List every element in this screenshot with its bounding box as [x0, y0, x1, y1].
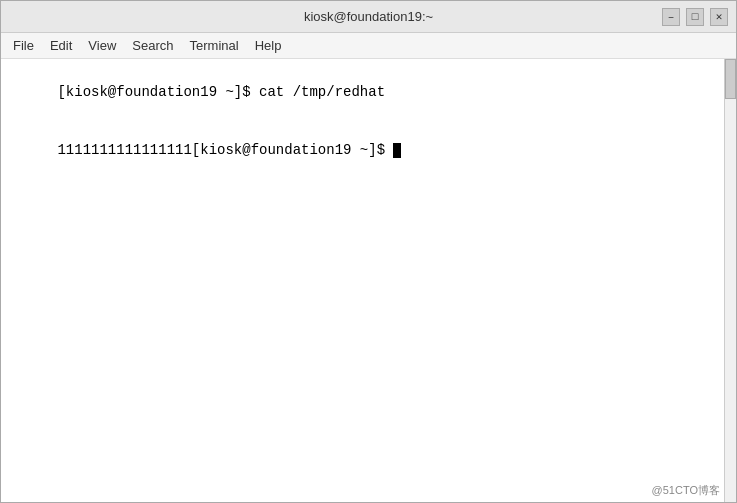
close-button[interactable]: ✕ [710, 8, 728, 26]
terminal-content-area[interactable]: [kiosk@foundation19 ~]$ cat /tmp/redhat … [1, 59, 736, 502]
terminal-line1: [kiosk@foundation19 ~]$ cat /tmp/redhat [57, 84, 385, 100]
minimize-button[interactable]: – [662, 8, 680, 26]
titlebar: kiosk@foundation19:~ – □ ✕ [1, 1, 736, 33]
terminal-cursor [393, 143, 401, 158]
window-title: kiosk@foundation19:~ [304, 9, 433, 24]
menu-help[interactable]: Help [247, 36, 290, 55]
menubar: File Edit View Search Terminal Help [1, 33, 736, 59]
menu-view[interactable]: View [80, 36, 124, 55]
menu-search[interactable]: Search [124, 36, 181, 55]
watermark: @51CTO博客 [652, 483, 720, 498]
window-controls: – □ ✕ [662, 8, 728, 26]
menu-edit[interactable]: Edit [42, 36, 80, 55]
menu-file[interactable]: File [5, 36, 42, 55]
maximize-button[interactable]: □ [686, 8, 704, 26]
scrollbar-thumb[interactable] [725, 59, 736, 99]
terminal-window: kiosk@foundation19:~ – □ ✕ File Edit Vie… [0, 0, 737, 503]
terminal-output: [kiosk@foundation19 ~]$ cat /tmp/redhat … [7, 63, 730, 181]
menu-terminal[interactable]: Terminal [182, 36, 247, 55]
terminal-line2: 1111111111111111[kiosk@foundation19 ~]$ [57, 142, 393, 158]
scrollbar[interactable] [724, 59, 736, 502]
